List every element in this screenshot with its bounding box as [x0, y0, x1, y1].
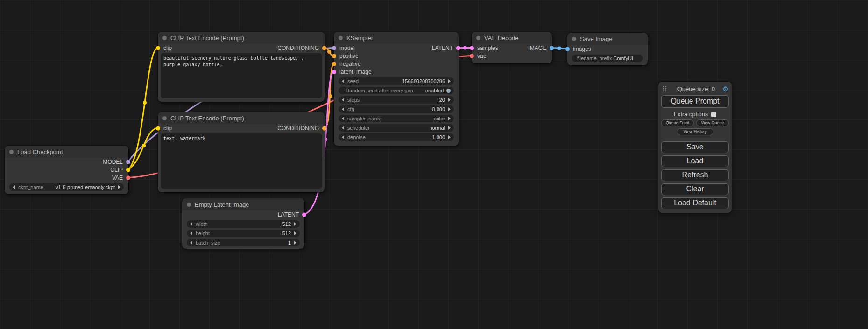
- samples-input-slot[interactable]: [470, 46, 474, 50]
- conditioning-output-slot[interactable]: [322, 46, 326, 50]
- collapse-dot-icon[interactable]: [476, 36, 480, 40]
- stepper-left-icon[interactable]: [13, 185, 15, 189]
- node-header[interactable]: Empty Latent Image: [182, 198, 304, 210]
- stepper-left-icon[interactable]: [342, 117, 344, 120]
- node-header[interactable]: CLIP Text Encode (Prompt): [158, 112, 325, 124]
- node-header[interactable]: KSampler: [334, 32, 459, 44]
- collapse-dot-icon[interactable]: [162, 116, 167, 120]
- queue-panel-header: Queue size: 0 ⚙: [661, 84, 729, 93]
- vae-input-slot[interactable]: [470, 54, 474, 58]
- view-history-button[interactable]: View History: [677, 128, 713, 135]
- batch-size-widget[interactable]: batch_size 1: [187, 239, 300, 246]
- stepper-left-icon[interactable]: [190, 231, 192, 235]
- stepper-left-icon[interactable]: [342, 98, 344, 102]
- prompt-textarea[interactable]: beautiful scenery nature glass bottle la…: [161, 53, 322, 98]
- widget-label: width: [196, 221, 208, 227]
- negative-input-label: negative: [339, 61, 360, 67]
- node-clip-text-encode-positive[interactable]: CLIP Text Encode (Prompt) clip CONDITION…: [158, 32, 325, 102]
- stepper-right-icon[interactable]: [448, 135, 451, 139]
- latent-output-slot[interactable]: [456, 46, 460, 50]
- node-empty-latent-image[interactable]: Empty Latent Image LATENT width 512 heig…: [182, 198, 304, 249]
- stepper-right-icon[interactable]: [448, 107, 451, 111]
- vae-output-slot[interactable]: [126, 175, 130, 180]
- vae-output-label: VAE: [112, 175, 123, 181]
- stepper-left-icon[interactable]: [342, 79, 344, 83]
- latent-output-slot[interactable]: [302, 212, 306, 217]
- queue-prompt-button[interactable]: Queue Prompt: [661, 95, 729, 108]
- node-save-image[interactable]: Save Image images filename_prefix ComfyU…: [567, 33, 648, 65]
- sampler-name-widget[interactable]: sampler_name euler: [339, 115, 454, 122]
- model-input-label: model: [339, 45, 355, 51]
- collapse-dot-icon[interactable]: [187, 203, 191, 207]
- node-header[interactable]: VAE Decode: [472, 32, 552, 44]
- slot-row: MODEL: [5, 158, 128, 166]
- stepper-right-icon[interactable]: [448, 79, 451, 83]
- load-button[interactable]: Load: [661, 155, 729, 167]
- conditioning-output-slot[interactable]: [322, 126, 326, 130]
- image-output-slot[interactable]: [550, 46, 554, 50]
- node-load-checkpoint[interactable]: Load Checkpoint MODEL CLIP VAE ckpt_name…: [5, 146, 128, 194]
- queue-panel: Queue size: 0 ⚙ Queue Prompt Extra optio…: [658, 82, 732, 213]
- gear-icon[interactable]: ⚙: [723, 85, 729, 92]
- node-header[interactable]: Save Image: [567, 33, 648, 45]
- stepper-right-icon[interactable]: [448, 98, 451, 102]
- latent-image-input-slot[interactable]: [332, 70, 336, 74]
- node-ksampler[interactable]: KSampler model LATENT positive negative …: [334, 32, 459, 146]
- extra-options-checkbox[interactable]: [711, 112, 716, 117]
- denoise-widget[interactable]: denoise 1.000: [339, 133, 454, 141]
- images-input-label: images: [573, 46, 591, 52]
- node-title: Load Checkpoint: [17, 148, 63, 155]
- stepper-right-icon[interactable]: [294, 241, 296, 245]
- collapse-dot-icon[interactable]: [9, 150, 14, 154]
- collapse-dot-icon[interactable]: [572, 37, 576, 41]
- drag-handle-icon[interactable]: [663, 85, 667, 92]
- stepper-right-icon[interactable]: [294, 222, 296, 226]
- latent-output-label: LATENT: [278, 211, 299, 218]
- node-vae-decode[interactable]: VAE Decode samples IMAGE vae: [472, 32, 552, 63]
- link-midpoint-dot: [463, 46, 467, 50]
- model-output-slot[interactable]: [126, 160, 130, 164]
- node-header[interactable]: CLIP Text Encode (Prompt): [158, 32, 325, 44]
- clip-output-slot[interactable]: [126, 168, 130, 172]
- negative-input-slot[interactable]: [332, 62, 336, 66]
- stepper-left-icon[interactable]: [342, 135, 344, 139]
- seed-widget[interactable]: seed 156680208700286: [339, 77, 454, 85]
- stepper-right-icon[interactable]: [118, 185, 120, 189]
- positive-input-slot[interactable]: [332, 54, 336, 58]
- node-header[interactable]: Load Checkpoint: [5, 146, 128, 158]
- clip-input-slot[interactable]: [156, 126, 160, 130]
- collapse-dot-icon[interactable]: [339, 36, 343, 40]
- collapse-dot-icon[interactable]: [162, 36, 167, 40]
- stepper-right-icon[interactable]: [448, 126, 451, 130]
- positive-input-label: positive: [339, 53, 359, 59]
- load-default-button[interactable]: Load Default: [661, 197, 729, 209]
- ckpt-name-widget[interactable]: ckpt_name v1-5-pruned-emaonly.ckpt: [9, 183, 124, 191]
- random-seed-toggle-widget[interactable]: Random seed after every gen enabled: [339, 87, 454, 94]
- scheduler-widget[interactable]: scheduler normal: [339, 124, 454, 132]
- clip-input-slot[interactable]: [156, 46, 160, 50]
- widget-value: 156680208700286: [402, 78, 445, 84]
- model-input-slot[interactable]: [332, 46, 336, 50]
- queue-front-button[interactable]: Queue Front: [661, 119, 694, 126]
- slot-row: samples IMAGE: [472, 44, 552, 52]
- images-input-slot[interactable]: [565, 47, 570, 51]
- node-clip-text-encode-negative[interactable]: CLIP Text Encode (Prompt) clip CONDITION…: [158, 112, 325, 192]
- save-button[interactable]: Save: [661, 141, 729, 153]
- steps-widget[interactable]: steps 20: [339, 96, 454, 104]
- toggle-dot-icon[interactable]: [446, 89, 451, 93]
- filename-prefix-widget[interactable]: filename_prefix ComfyUI: [572, 55, 643, 62]
- stepper-left-icon[interactable]: [190, 222, 192, 226]
- cfg-widget[interactable]: cfg 8.000: [339, 105, 454, 113]
- stepper-right-icon[interactable]: [448, 117, 451, 120]
- view-queue-button[interactable]: View Queue: [696, 119, 729, 126]
- height-widget[interactable]: height 512: [187, 230, 300, 237]
- clear-button[interactable]: Clear: [661, 183, 729, 195]
- stepper-left-icon[interactable]: [342, 107, 344, 111]
- widget-label: scheduler: [347, 125, 370, 131]
- stepper-right-icon[interactable]: [294, 231, 296, 235]
- refresh-button[interactable]: Refresh: [661, 169, 729, 181]
- width-widget[interactable]: width 512: [187, 220, 300, 228]
- stepper-left-icon[interactable]: [342, 126, 344, 130]
- prompt-textarea[interactable]: text, watermark: [161, 133, 322, 189]
- stepper-left-icon[interactable]: [190, 241, 192, 245]
